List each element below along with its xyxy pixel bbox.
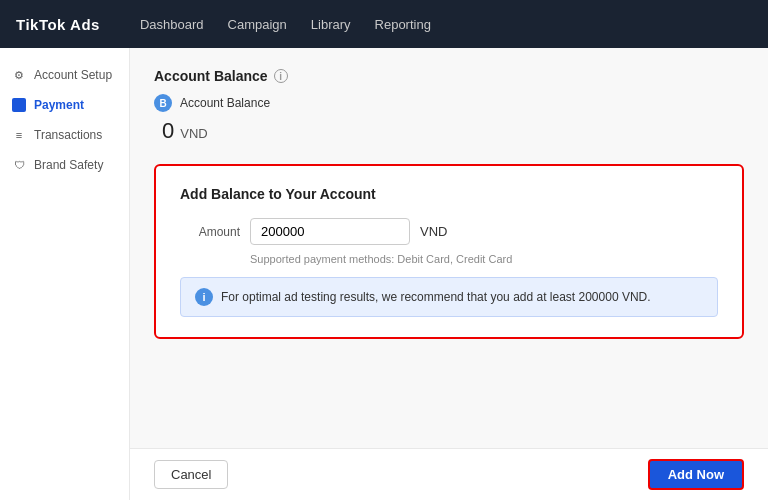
balance-info-icon[interactable]: i — [274, 69, 288, 83]
balance-currency: VND — [180, 126, 207, 141]
sidebar-label-transactions: Transactions — [34, 128, 102, 142]
info-banner-icon: i — [195, 288, 213, 306]
sidebar-label-brand-safety: Brand Safety — [34, 158, 103, 172]
balance-label: Account Balance — [180, 96, 270, 110]
sidebar-item-payment[interactable]: Payment — [0, 90, 129, 120]
top-nav: TikTok Ads Dashboard Campaign Library Re… — [0, 0, 768, 48]
amount-form-row: Amount VND — [180, 218, 718, 245]
sidebar-label-account-setup: Account Setup — [34, 68, 112, 82]
balance-row: B Account Balance — [154, 94, 744, 112]
gear-icon: ⚙ — [12, 68, 26, 82]
main-layout: ⚙ Account Setup Payment ≡ Transactions 🛡… — [0, 48, 768, 500]
add-now-button[interactable]: Add Now — [648, 459, 744, 490]
nav-dashboard[interactable]: Dashboard — [140, 13, 204, 36]
transactions-icon: ≡ — [12, 128, 26, 142]
balance-amount-row: 0 VND — [158, 118, 744, 144]
info-banner: i For optimal ad testing results, we rec… — [180, 277, 718, 317]
add-balance-title: Add Balance to Your Account — [180, 186, 718, 202]
brand-logo: TikTok Ads — [16, 16, 100, 33]
info-banner-text: For optimal ad testing results, we recom… — [221, 290, 651, 304]
nav-library[interactable]: Library — [311, 13, 351, 36]
sidebar-item-brand-safety[interactable]: 🛡 Brand Safety — [0, 150, 129, 180]
sidebar-item-transactions[interactable]: ≡ Transactions — [0, 120, 129, 150]
footer-bar: Cancel Add Now — [130, 448, 768, 500]
payment-icon — [12, 98, 26, 112]
amount-input[interactable] — [250, 218, 410, 245]
balance-amount: 0 — [162, 118, 174, 144]
payment-note: Supported payment methods: Debit Card, C… — [250, 253, 718, 265]
shield-icon: 🛡 — [12, 158, 26, 172]
balance-badge-icon: B — [154, 94, 172, 112]
currency-label: VND — [420, 224, 447, 239]
main-content: Account Balance i B Account Balance 0 VN… — [130, 48, 768, 448]
cancel-button[interactable]: Cancel — [154, 460, 228, 489]
sidebar-label-payment: Payment — [34, 98, 84, 112]
sidebar-item-account-setup[interactable]: ⚙ Account Setup — [0, 60, 129, 90]
sidebar: ⚙ Account Setup Payment ≡ Transactions 🛡… — [0, 48, 130, 500]
balance-section-title: Account Balance i — [154, 68, 744, 84]
add-balance-box: Add Balance to Your Account Amount VND S… — [154, 164, 744, 339]
nav-reporting[interactable]: Reporting — [375, 13, 431, 36]
amount-label: Amount — [180, 225, 240, 239]
nav-campaign[interactable]: Campaign — [228, 13, 287, 36]
